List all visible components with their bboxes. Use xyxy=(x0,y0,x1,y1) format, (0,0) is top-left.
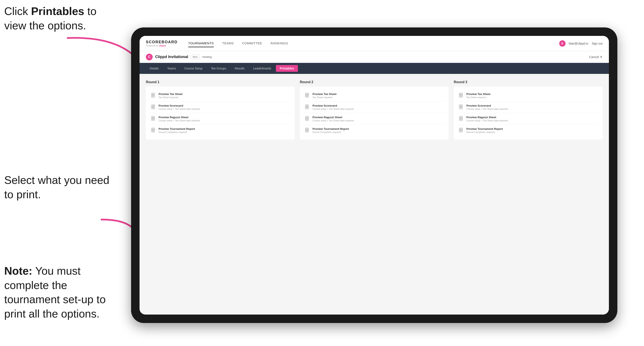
round-2-tee-sheet-text: Preview Tee Sheet Tee Sheet required xyxy=(312,92,336,99)
printables-bold: Printables xyxy=(31,5,84,17)
tab-tee-groups[interactable]: Tee Groups xyxy=(207,65,230,72)
scoreboard-logo: SCOREBOARD Powered by clippd xyxy=(146,40,178,47)
round-3-card: Preview Tee Sheet Tee Sheet required xyxy=(454,87,602,140)
round-3-tee-sheet-text: Preview Tee Sheet Tee Sheet required xyxy=(466,92,490,99)
tournament-logo: C xyxy=(146,54,153,60)
tournament-header: C Clippd Invitational Men Hosting Cancel… xyxy=(140,51,609,63)
round-2-scorecard-title: Preview Scorecard xyxy=(312,104,354,107)
cancel-button[interactable]: Cancel ✕ xyxy=(589,55,602,59)
tab-teams[interactable]: Teams xyxy=(164,65,180,72)
round-1-scorecard-text: Preview Scorecard Course setup + Tee She… xyxy=(158,104,200,110)
round-2-scorecard-text: Preview Scorecard Course setup + Tee She… xyxy=(312,104,354,110)
round-1-raguzzi-subtitle: Course setup + Tee Sheet data required xyxy=(158,119,200,122)
round-2-raguzzi-text: Preview Raguzzi Sheet Course setup + Tee… xyxy=(312,116,354,122)
round-3-tee-sheet-subtitle: Tee Sheet required xyxy=(466,96,490,99)
print-doc-icon-9 xyxy=(459,93,464,99)
brand-name: clippd xyxy=(159,44,166,47)
round-2-raguzzi[interactable]: Preview Raguzzi Sheet Course setup + Tee… xyxy=(303,113,445,125)
round-2-report-text: Preview Tournament Report Round Completi… xyxy=(312,127,349,133)
round-1-raguzzi-text: Preview Raguzzi Sheet Course setup + Tee… xyxy=(158,116,200,122)
round-3-raguzzi-text: Preview Raguzzi Sheet Course setup + Tee… xyxy=(466,116,508,122)
round-3-raguzzi[interactable]: Preview Raguzzi Sheet Course setup + Tee… xyxy=(457,113,599,125)
round-2-report-subtitle: Round Completion required xyxy=(312,131,349,133)
round-3-scorecard-title: Preview Scorecard xyxy=(466,104,508,107)
hosting-badge: Hosting xyxy=(202,55,212,58)
round-1-section: Round 1 Preview Tee Sheet Tee S xyxy=(146,80,295,140)
print-doc-icon xyxy=(151,93,156,99)
nav-rankings[interactable]: RANKINGS xyxy=(270,40,288,47)
round-3-scorecard[interactable]: Preview Scorecard Course setup + Tee She… xyxy=(457,102,599,113)
instruction-bottom: Note: You must complete the tournament s… xyxy=(4,264,123,321)
round-1-card: Preview Tee Sheet Tee Sheet required xyxy=(146,87,295,140)
round-1-tee-sheet-text: Preview Tee Sheet Tee Sheet required xyxy=(158,92,182,99)
sign-out-link[interactable]: Sign out xyxy=(592,42,602,45)
round-3-report-subtitle: Round Completion required xyxy=(466,131,503,133)
tab-leaderboards[interactable]: Leaderboards xyxy=(249,65,275,72)
round-3-section: Round 3 Preview Tee Sheet Tee S xyxy=(454,80,602,140)
round-1-report-subtitle: Round Completion required xyxy=(158,131,195,133)
round-2-title: Round 2 xyxy=(300,80,449,84)
tab-printables[interactable]: Printables xyxy=(276,65,298,72)
note-bold: Note: xyxy=(4,265,32,277)
round-2-raguzzi-title: Preview Raguzzi Sheet xyxy=(312,116,354,119)
round-2-tee-sheet-title: Preview Tee Sheet xyxy=(312,92,336,96)
powered-by: Powered by clippd xyxy=(146,44,178,47)
tournament-division-badge: Men xyxy=(191,55,200,59)
print-doc-icon-11 xyxy=(459,116,464,122)
tab-course-setup[interactable]: Course Setup xyxy=(180,65,206,72)
round-3-raguzzi-title: Preview Raguzzi Sheet xyxy=(466,116,508,119)
tournament-name: Clippd Invitational xyxy=(155,55,188,59)
round-2-scorecard-subtitle: Course setup + Tee Sheet data required xyxy=(312,108,354,110)
tablet-screen: SCOREBOARD Powered by clippd TOURNAMENTS… xyxy=(140,36,609,315)
print-doc-icon-7 xyxy=(305,116,310,122)
print-doc-icon-5 xyxy=(305,93,310,99)
nav-right: B blair@clippd.io Sign out xyxy=(559,40,602,47)
round-1-raguzzi[interactable]: Preview Raguzzi Sheet Course setup + Tee… xyxy=(149,113,291,125)
tab-results[interactable]: Results xyxy=(231,65,248,72)
round-1-scorecard[interactable]: Preview Scorecard Course setup + Tee She… xyxy=(149,102,291,113)
round-3-scorecard-text: Preview Scorecard Course setup + Tee She… xyxy=(466,104,508,110)
round-1-title: Round 1 xyxy=(146,80,295,84)
tab-details[interactable]: Details xyxy=(146,65,162,72)
round-3-title: Round 3 xyxy=(454,80,602,84)
nav-teams[interactable]: TEAMS xyxy=(222,40,234,47)
round-1-tee-sheet[interactable]: Preview Tee Sheet Tee Sheet required xyxy=(149,90,291,102)
round-3-tee-sheet[interactable]: Preview Tee Sheet Tee Sheet required xyxy=(457,90,599,102)
round-2-tournament-report[interactable]: Preview Tournament Report Round Completi… xyxy=(303,125,445,136)
round-3-scorecard-subtitle: Course setup + Tee Sheet data required xyxy=(466,108,508,110)
round-3-report-text: Preview Tournament Report Round Completi… xyxy=(466,127,503,133)
round-1-scorecard-title: Preview Scorecard xyxy=(158,104,200,107)
round-2-tee-sheet[interactable]: Preview Tee Sheet Tee Sheet required xyxy=(303,90,445,102)
round-1-scorecard-subtitle: Course setup + Tee Sheet data required xyxy=(158,108,200,110)
print-doc-icon-6 xyxy=(305,105,310,110)
round-1-tee-sheet-subtitle: Tee Sheet required xyxy=(158,96,182,99)
nav-committee[interactable]: COMMITTEE xyxy=(242,40,262,47)
print-doc-icon-10 xyxy=(459,105,464,110)
scoreboard-title: SCOREBOARD xyxy=(146,40,178,44)
round-3-tournament-report[interactable]: Preview Tournament Report Round Completi… xyxy=(457,125,599,136)
print-doc-icon-2 xyxy=(151,105,156,110)
round-1-raguzzi-title: Preview Raguzzi Sheet xyxy=(158,116,200,119)
nav-tournaments[interactable]: TOURNAMENTS xyxy=(188,40,214,47)
top-navigation: SCOREBOARD Powered by clippd TOURNAMENTS… xyxy=(140,36,609,51)
main-navigation: TOURNAMENTS TEAMS COMMITTEE RANKINGS xyxy=(188,40,559,47)
round-2-report-title: Preview Tournament Report xyxy=(312,127,349,131)
instruction-top: Click Printables to view the options. xyxy=(4,4,114,33)
tablet-device: SCOREBOARD Powered by clippd TOURNAMENTS… xyxy=(131,27,617,323)
round-1-report-title: Preview Tournament Report xyxy=(158,127,195,131)
print-doc-icon-12 xyxy=(459,128,464,134)
print-doc-icon-8 xyxy=(305,128,310,134)
round-1-tee-sheet-title: Preview Tee Sheet xyxy=(158,92,182,96)
round-2-scorecard[interactable]: Preview Scorecard Course setup + Tee She… xyxy=(303,102,445,113)
round-2-tee-sheet-subtitle: Tee Sheet required xyxy=(312,96,336,99)
round-2-section: Round 2 Preview Tee Sheet Tee S xyxy=(300,80,449,140)
round-2-card: Preview Tee Sheet Tee Sheet required xyxy=(300,87,449,140)
round-1-report-text: Preview Tournament Report Round Completi… xyxy=(158,127,195,133)
main-content: Round 1 Preview Tee Sheet Tee S xyxy=(140,74,609,315)
print-doc-icon-3 xyxy=(151,116,156,122)
instruction-middle: Select what you need to print. xyxy=(4,173,114,202)
round-1-tournament-report[interactable]: Preview Tournament Report Round Completi… xyxy=(149,125,291,136)
round-3-tee-sheet-title: Preview Tee Sheet xyxy=(466,92,490,96)
tab-bar: Details Teams Course Setup Tee Groups Re… xyxy=(140,63,609,74)
round-3-report-title: Preview Tournament Report xyxy=(466,127,503,131)
